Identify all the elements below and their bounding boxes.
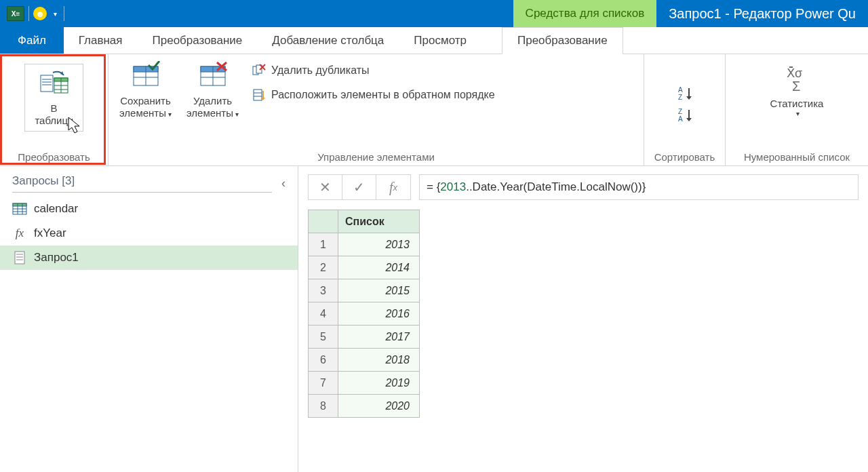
query-item-label: fxYear [34, 227, 66, 240]
formula-bar-buttons: ✕ ✓ fx [308, 174, 411, 200]
svg-rect-45 [15, 252, 24, 264]
keep-elements-label-1: Сохранить [120, 95, 171, 107]
reverse-elements-button[interactable]: Расположить элементы в обратном порядке [250, 85, 498, 104]
collapse-pane-icon[interactable]: ‹ [272, 176, 285, 191]
ribbon-group-convert: В таблицу Преобразовать [0, 54, 108, 165]
list-value: 2019 [338, 372, 420, 395]
list-value: 2014 [338, 256, 420, 279]
query-item-zapros1[interactable]: Запрос1 [0, 245, 298, 270]
ribbon-tabs: Файл Главная Преобразование Добавление с… [0, 27, 868, 54]
sort-asc-icon: AZ [678, 86, 692, 100]
ribbon-group-sort-label: Сортировать [651, 149, 718, 164]
statistics-button[interactable]: X̄σ Σ Статистика ▾ [766, 64, 828, 121]
ribbon-group-manage-label: Управление элементами [115, 149, 637, 164]
keep-elements-label-2: элементы▾ [119, 107, 172, 119]
to-table-label-1: В [50, 102, 57, 115]
ribbon-group-numeric-label: Нумерованный список [732, 149, 861, 164]
svg-marker-35 [686, 118, 692, 121]
tab-context-transform[interactable]: Преобразование [502, 27, 623, 54]
svg-rect-0 [41, 75, 53, 92]
remove-elements-label-2: элементы▾ [186, 107, 239, 119]
list-value: 2017 [338, 326, 420, 349]
chevron-down-icon: ▾ [168, 111, 172, 118]
tab-view[interactable]: Просмотр [399, 27, 481, 54]
sort-desc-button[interactable]: ZA [677, 106, 693, 123]
x-icon: ✕ [319, 179, 331, 195]
table-row[interactable]: 52017 [309, 326, 420, 349]
smiley-icon[interactable]: ☻ [33, 7, 47, 20]
list-value: 2016 [338, 302, 420, 326]
table-row[interactable]: 22014 [309, 256, 420, 279]
window-title: Запрос1 - Редактор Power Qu [656, 0, 868, 27]
formula-confirm-button[interactable]: ✓ [342, 175, 376, 199]
statistics-label: Статистика [770, 98, 824, 110]
row-number: 4 [309, 302, 338, 326]
query-item-label: calendar [34, 202, 78, 216]
table-row[interactable]: 72019 [309, 372, 420, 395]
row-number: 8 [309, 395, 338, 418]
row-number: 3 [309, 279, 338, 302]
ribbon-group-convert-label: Преобразовать [7, 149, 101, 164]
sort-desc-icon: ZA [678, 108, 692, 121]
formula-prefix: = { [427, 180, 440, 194]
keep-elements-button[interactable]: Сохранить элементы▾ [115, 58, 176, 122]
sort-asc-button[interactable]: AZ [677, 85, 693, 101]
remove-duplicates-button[interactable]: Удалить дубликаты [250, 61, 498, 80]
formula-input[interactable]: = {2013..Date.Year(DateTime.LocalNow())} [419, 174, 859, 200]
query-item-calendar[interactable]: calendar [0, 197, 298, 221]
tab-home[interactable]: Главная [64, 27, 138, 54]
tab-add-column[interactable]: Добавление столбца [257, 27, 399, 54]
formula-bar: ✕ ✓ fx = {2013..Date.Year(DateTime.Local… [308, 174, 859, 200]
quick-access-toolbar: X≡ ☻ ▾ [0, 0, 71, 27]
svg-text:Z: Z [678, 108, 682, 115]
remove-elements-icon [198, 61, 228, 91]
formula-fx-button[interactable]: fx [376, 175, 410, 199]
remove-duplicates-label: Удалить дубликаты [271, 64, 370, 77]
reverse-icon [252, 88, 266, 102]
chevron-down-icon: ▾ [796, 110, 800, 118]
table-icon [12, 202, 27, 216]
table-row[interactable]: 42016 [309, 302, 420, 326]
row-number: 1 [309, 233, 338, 256]
list-value: 2020 [338, 395, 420, 418]
row-number: 5 [309, 326, 338, 349]
list-table: Список 12013 22014 32015 42016 52017 620… [308, 210, 420, 418]
workspace: Запросы [3] ‹ calendar fx fxYear Запрос1… [0, 166, 868, 472]
row-number: 7 [309, 372, 338, 395]
remove-elements-label-1: Удалить [193, 95, 232, 107]
check-icon: ✓ [353, 179, 365, 195]
table-row[interactable]: 62018 [309, 349, 420, 372]
tab-file[interactable]: Файл [0, 27, 64, 54]
table-row[interactable]: 32015 [309, 279, 420, 302]
svg-rect-24 [254, 90, 262, 100]
row-number-header[interactable] [309, 210, 338, 233]
formula-cancel-button[interactable]: ✕ [309, 175, 342, 199]
table-row[interactable]: 12013 [309, 233, 420, 256]
qat-dropdown-icon[interactable]: ▾ [51, 10, 60, 18]
list-value: 2013 [338, 233, 420, 256]
keep-elements-icon [131, 61, 161, 91]
table-row[interactable]: 82020 [309, 395, 420, 418]
queries-header-label: Запросы [3] [12, 174, 272, 193]
reverse-elements-label: Расположить элементы в обратном порядке [271, 89, 495, 101]
to-table-icon [39, 68, 69, 98]
to-table-button[interactable]: В таблицу [24, 64, 83, 132]
chevron-down-icon: ▾ [235, 111, 239, 118]
svg-text:A: A [678, 115, 683, 123]
svg-rect-40 [13, 203, 26, 206]
svg-text:X̄σ: X̄σ [787, 66, 802, 80]
list-column-header[interactable]: Список [338, 210, 420, 233]
to-table-label-2: таблицу [35, 115, 73, 127]
svg-text:Σ: Σ [792, 79, 800, 94]
query-item-fxyear[interactable]: fx fxYear [0, 221, 298, 245]
formula-number: 2013 [440, 180, 466, 194]
ribbon-group-manage-elements: Сохранить элементы▾ Удалить элементы▾ [108, 54, 644, 165]
svg-marker-31 [686, 96, 692, 100]
ribbon-group-numeric: X̄σ Σ Статистика ▾ Нумерованный список [726, 54, 868, 165]
list-icon [12, 251, 27, 264]
svg-text:A: A [678, 86, 683, 94]
function-icon: fx [12, 227, 27, 240]
queries-pane: Запросы [3] ‹ calendar fx fxYear Запрос1 [0, 166, 298, 472]
tab-transform[interactable]: Преобразование [138, 27, 258, 54]
remove-elements-button[interactable]: Удалить элементы▾ [182, 58, 243, 122]
